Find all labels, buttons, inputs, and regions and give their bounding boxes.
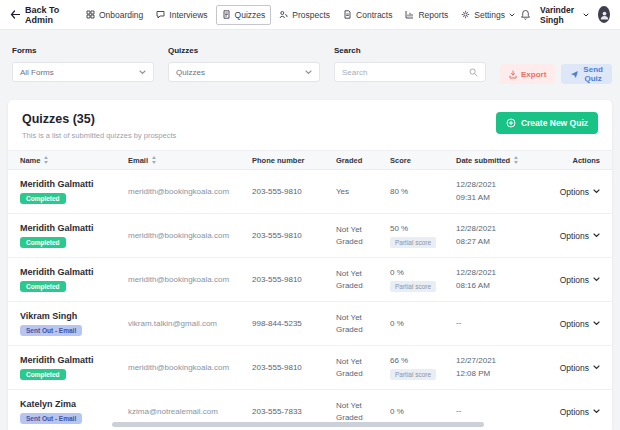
time-submitted: 12:08 PM (456, 368, 552, 381)
column-header-phone: Phone number (252, 156, 336, 165)
options-button[interactable]: Options (560, 319, 600, 329)
grid-icon (86, 10, 95, 19)
actions-cell: Options (552, 187, 600, 197)
column-label: Phone number (252, 156, 305, 165)
partial-score-badge: Partial score (390, 369, 436, 380)
quizzes-filter-group: Quizzes Quizzes (168, 46, 320, 82)
quizzes-select[interactable]: Quizzes (168, 62, 320, 82)
nav-prospects[interactable]: Prospects (274, 6, 335, 24)
prospect-name: Katelyn Zima (20, 399, 128, 409)
nav-reports[interactable]: Reports (400, 6, 453, 24)
name-cell: Meridith Galmatti Completed (20, 223, 128, 249)
back-to-admin-button[interactable]: Back To Admin (10, 5, 69, 25)
date-cell: 12/28/2021 08:16 AM (456, 267, 552, 293)
filter-bar: Forms All Forms Quizzes Quizzes Search E… (12, 46, 608, 84)
options-button[interactable]: Options (560, 187, 600, 197)
avatar[interactable] (598, 6, 610, 23)
date-submitted: -- (456, 405, 552, 418)
users-icon (279, 10, 288, 19)
options-button[interactable]: Options (560, 363, 600, 373)
bell-icon[interactable] (520, 9, 531, 21)
forms-label: Forms (12, 46, 154, 55)
status-badge: Sent Out - Email (20, 325, 82, 337)
search-box (334, 62, 486, 82)
partial-score-badge: Partial score (390, 237, 436, 248)
export-icon (509, 70, 517, 79)
sort-icon (513, 156, 519, 164)
nav-label: Prospects (292, 10, 330, 20)
email-cell: meridith@bookingkoala.com (128, 363, 252, 372)
export-button[interactable]: Export (500, 64, 555, 84)
phone-cell: 203-555-9810 (252, 363, 336, 372)
column-header-date[interactable]: Date submitted (456, 156, 552, 165)
forms-select-value: All Forms (20, 68, 54, 77)
options-label: Options (560, 363, 589, 373)
table-row: Meridith Galmatti Completed meridith@boo… (8, 170, 612, 214)
chevron-down-icon (139, 70, 146, 75)
options-button[interactable]: Options (560, 231, 600, 241)
back-label: Back To Admin (25, 5, 69, 25)
search-input[interactable] (342, 68, 462, 77)
quizzes-card: Quizzes (35) This is a list of submitted… (8, 100, 612, 430)
date-cell: 12/27/2021 12:08 PM (456, 355, 552, 381)
column-label: Email (128, 156, 148, 165)
nav-onboarding[interactable]: Onboarding (81, 6, 148, 24)
chat-icon (156, 10, 165, 19)
actions-cell: Options (552, 275, 600, 285)
prospect-name: Meridith Galmatti (20, 223, 128, 233)
email-cell: meridith@bookingkoala.com (128, 275, 252, 284)
options-label: Options (560, 275, 589, 285)
score-value: 80 % (390, 187, 456, 196)
forms-filter-group: Forms All Forms (12, 46, 154, 82)
send-quiz-button[interactable]: Send Quiz (561, 64, 612, 84)
date-cell: 12/28/2021 08:27 AM (456, 223, 552, 249)
chevron-down-icon (593, 277, 600, 282)
plus-circle-icon (506, 118, 516, 128)
horizontal-scrollbar[interactable] (112, 422, 484, 427)
score-value: 0 % (390, 268, 456, 277)
send-icon (570, 70, 579, 79)
sort-icon (43, 156, 49, 164)
options-button[interactable]: Options (560, 275, 600, 285)
email-cell: meridith@bookingkoala.com (128, 187, 252, 196)
nav-settings[interactable]: Settings (456, 6, 520, 24)
export-label: Export (521, 70, 546, 79)
create-new-quiz-button[interactable]: Create New Quiz (496, 112, 598, 134)
chevron-down-icon (593, 365, 600, 370)
graded-cell: Not Yet Graded (336, 312, 390, 336)
score-cell: 66 % Partial score (390, 356, 456, 380)
column-label: Graded (336, 156, 362, 165)
score-cell: 80 % (390, 187, 456, 196)
actions-cell: Options (552, 363, 600, 373)
time-submitted: 09:31 AM (456, 192, 552, 205)
quizzes-select-value: Quizzes (176, 68, 205, 77)
score-value: 0 % (390, 319, 456, 328)
partial-score-badge: Partial score (390, 281, 436, 292)
document-icon (222, 10, 231, 19)
table-header: Name Email Phone number Graded Score Dat… (8, 150, 612, 170)
user-name: Varinder Singh (540, 5, 579, 25)
forms-select[interactable]: All Forms (12, 62, 154, 82)
score-cell: 0 % (390, 407, 456, 416)
column-header-name[interactable]: Name (20, 156, 128, 165)
options-button[interactable]: Options (560, 407, 600, 417)
nav-interviews[interactable]: Interviews (151, 6, 212, 24)
nav-quizzes[interactable]: Quizzes (216, 5, 272, 25)
phone-cell: 998-844-5235 (252, 319, 336, 328)
options-label: Options (560, 187, 589, 197)
score-cell: 0 % Partial score (390, 268, 456, 292)
user-menu[interactable]: Varinder Singh (540, 5, 589, 25)
score-cell: 0 % (390, 319, 456, 328)
status-badge: Completed (20, 369, 66, 381)
nav-label: Settings (474, 10, 505, 20)
nav-label: Interviews (169, 10, 207, 20)
name-cell: Meridith Galmatti Completed (20, 179, 128, 205)
chevron-down-icon (593, 233, 600, 238)
name-cell: Katelyn Zima Sent Out - Email (20, 399, 128, 425)
date-cell: -- (456, 317, 552, 330)
status-badge: Completed (20, 237, 66, 249)
nav-contracts[interactable]: Contracts (338, 6, 397, 24)
email-cell: meridith@bookingkoala.com (128, 231, 252, 240)
column-header-email[interactable]: Email (128, 156, 252, 165)
filter-actions: Export Send Quiz (500, 64, 612, 84)
